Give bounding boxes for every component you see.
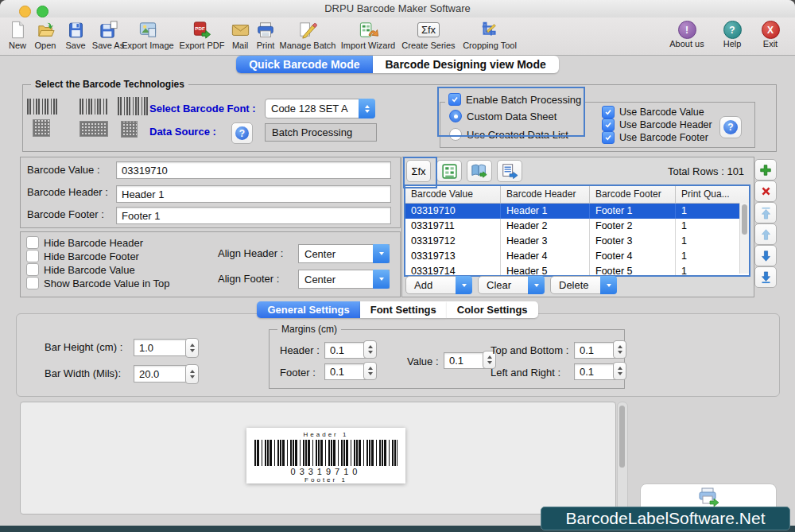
tab-quick-barcode-mode[interactable]: Quick Barcode Mode [236,56,372,73]
tab-general-settings[interactable]: General Settings [257,301,359,318]
margin-header-input[interactable]: 0.1 [324,342,367,359]
toolbar-import-wizard-button[interactable]: Import Wizard [339,19,398,50]
toolbar-help-button[interactable]: ? Help [719,19,746,49]
margins-legend: Margins (cm) [277,324,341,335]
move-row-up-button[interactable] [754,223,777,245]
toolbar-print-button[interactable]: Print [253,19,278,50]
tab-font-settings[interactable]: Font Settings [360,301,447,318]
cropping-tool-icon [460,19,520,41]
column-header[interactable]: Print Qua... [676,186,749,203]
use-barcode-value-checkbox[interactable]: Use Barcode Value [602,106,704,118]
column-header[interactable]: Barcode Footer [590,186,676,203]
barcode-footer-input[interactable]: Footer 1 [116,207,391,224]
preview-scrollbar-thumb[interactable] [619,406,625,468]
use-barcode-footer-checkbox[interactable]: Use Barcode Footer [602,131,708,144]
table-scrollbar[interactable] [739,203,749,274]
toolbar-manage-batch-button[interactable]: Manage Batch [278,19,337,50]
batch-help-button[interactable]: ? [719,116,742,138]
margin-top-bottom-input[interactable]: 0.1 [574,342,617,359]
arrow-to-bottom-icon [760,271,772,284]
toolbar-export-pdf-button[interactable]: PDF Export PDF [176,19,227,50]
toolbar-create-series-button[interactable]: Σfx Create Series [399,19,458,50]
data-source-help-button[interactable]: ? [231,122,253,144]
toolbar-about-button[interactable]: ! About us [666,19,708,49]
barcode-value-label: Barcode Value : [27,164,100,176]
margin-left-right-label: Left and Right : [491,367,560,379]
linear-barcode-sample-icon[interactable] [27,99,57,115]
enable-batch-processing-checkbox[interactable]: Enable Batch Processing [445,93,584,106]
toolbar-save-button[interactable]: Save [62,19,89,50]
main-toolbar: New Open Save Save As Export Image PDF E… [0,17,795,56]
margin-footer-stepper[interactable] [363,362,377,380]
preview-scrollbar[interactable] [617,402,628,515]
matrix-barcode-sample-icon[interactable] [80,121,108,137]
matrix-barcode-sample-icon[interactable] [33,119,50,137]
print-button[interactable] [641,487,776,508]
toolbar-new-button[interactable]: New [5,19,30,50]
bar-width-stepper[interactable] [185,364,199,384]
use-barcode-header-checkbox[interactable]: Use Barcode Header [602,118,712,131]
toolbar-export-image-button[interactable]: Export Image [119,19,176,50]
move-row-bottom-button[interactable] [754,266,777,288]
radio-selected-icon [449,110,462,122]
margin-header-stepper[interactable] [363,340,377,359]
align-footer-label: Align Footer : [218,273,279,285]
notebook-icon [471,163,488,179]
margin-top-bottom-label: Top and Bottom : [491,344,568,356]
create-series-list-button[interactable]: Σfx [406,160,431,182]
align-header-select[interactable]: Center [298,244,390,263]
barcode-value-input[interactable]: 03319710 [116,161,391,179]
use-created-data-list-radio[interactable]: Use Created Data List [449,128,568,141]
bar-height-input[interactable]: 1.0 [134,339,188,356]
delete-row-button[interactable]: Delete [550,276,617,294]
toolbar-mail-button[interactable]: Mail [227,19,253,50]
linear-barcode-sample-icon[interactable] [80,99,108,115]
add-row-plus-button[interactable] [754,159,777,181]
hide-barcode-footer-checkbox[interactable]: Hide Barcode Footer [26,250,139,262]
custom-data-sheet-radio[interactable]: Custom Data Sheet [449,110,556,122]
table-row[interactable]: 03319712 Header 3 Footer 3 1 [405,234,749,249]
margin-footer-input[interactable]: 0.1 [324,363,367,380]
move-row-top-button[interactable] [754,202,777,223]
table-row[interactable]: 03319714 Header 5 Footer 5 1 [405,264,749,277]
move-row-down-button[interactable] [754,245,777,266]
linear-barcode-sample-icon[interactable] [118,97,149,115]
tab-barcode-designing-view-mode[interactable]: Barcode Designing view Mode [373,56,559,73]
bar-width-input[interactable]: 20.0 [134,365,188,382]
toolbar-exit-button[interactable]: X Exit [757,19,784,49]
tab-color-settings[interactable]: Color Settings [447,301,538,318]
margin-left-right-input[interactable]: 0.1 [574,363,617,380]
bar-width-label: Bar Width (Mils): [45,367,121,379]
import-excel-button[interactable] [436,160,462,182]
plus-icon [759,164,772,177]
table-row[interactable]: 03319710 Header 1 Footer 1 1 [405,204,749,219]
barcode-font-select[interactable]: Code 128 SET A [265,99,375,118]
delete-row-x-button[interactable] [754,181,777,202]
margin-top-bottom-stepper[interactable] [613,340,626,359]
import-data-list-button[interactable] [467,160,492,182]
barcode-header-input[interactable]: Header 1 [116,185,391,203]
barcode-header-label: Barcode Header : [27,186,108,198]
align-footer-select[interactable]: Center [298,270,390,289]
column-header[interactable]: Barcode Header [501,186,590,203]
matrix-barcode-sample-icon[interactable] [121,121,138,138]
margin-left-right-stepper[interactable] [613,362,626,380]
table-scrollbar-thumb[interactable] [742,204,747,235]
export-data-list-button[interactable] [497,160,522,182]
clear-rows-button[interactable]: Clear [478,276,545,294]
about-icon: ! [678,21,696,39]
hide-barcode-value-checkbox[interactable]: Hide Barcode Value [26,263,135,276]
table-row[interactable]: 03319713 Header 4 Footer 4 1 [405,249,749,264]
add-row-button[interactable]: Add [405,276,472,294]
margin-value-input[interactable]: 0.1 [444,352,487,369]
barcode-technologies-legend: Select the Barcode Technologies [31,79,188,90]
bar-height-stepper[interactable] [185,338,199,358]
toolbar-cropping-tool-button[interactable]: Cropping Tool [460,19,520,50]
sigma-fx-icon: Σfx [411,165,425,177]
hide-barcode-header-checkbox[interactable]: Hide Barcode Header [26,236,143,249]
table-row[interactable]: 03319711 Header 2 Footer 2 1 [405,219,749,234]
toolbar-open-button[interactable]: Open [30,19,60,50]
barcode-footer-label: Barcode Footer : [27,208,104,220]
column-header[interactable]: Barcode Value [405,186,501,203]
show-barcode-value-in-top-checkbox[interactable]: Show Barcode Value in Top [26,277,170,289]
